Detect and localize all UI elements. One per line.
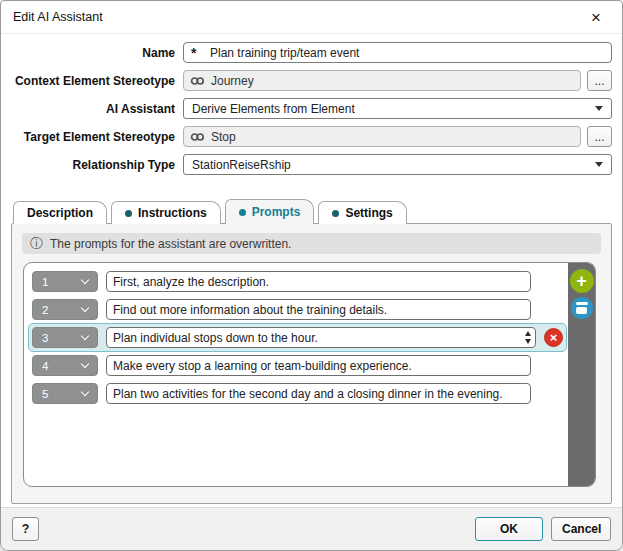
prompt-row-3-selected: 3 × [28,323,567,352]
tab-strip: Description Instructions Prompts Setting… [11,199,612,224]
chevron-down-icon [81,304,89,312]
delete-x-icon: × [550,331,558,344]
prompt-2-number-select[interactable]: 2 [32,299,98,320]
name-row: Name * [11,42,612,63]
dropdown-arrow-icon [595,106,603,111]
add-prompt-button[interactable]: + [570,269,594,293]
chevron-down-icon [81,388,89,396]
prompt-4-text-input[interactable] [106,355,531,376]
required-asterisk-icon: * [191,45,196,61]
prompt-actions-strip: + [568,263,595,486]
title-bar: Edit AI Assistant × [1,1,622,34]
prompt-row-4: 4 [32,355,531,376]
prompt-4-number-select[interactable]: 4 [32,355,98,376]
edit-ai-assistant-dialog: Edit AI Assistant × Name * Context Eleme… [0,0,623,551]
prompt-4-number: 4 [42,360,48,372]
context-stereotype-row: Context Element Stereotype Journey ... [11,70,612,91]
prompt-row-1: 1 [32,271,531,292]
prompt-2-number: 2 [42,304,48,316]
tab-bullet-icon [239,209,246,216]
tab-prompts-label: Prompts [252,205,301,219]
prompt-3-number: 3 [42,332,48,344]
tab-settings-label: Settings [345,206,392,220]
relationship-type-value: StationReiseRship [192,158,291,172]
prompt-1-number: 1 [42,276,48,288]
tab-prompts[interactable]: Prompts [225,199,315,224]
arrow-down-icon [525,339,531,344]
dialog-body: Name * Context Element Stereotype Journe… [1,34,622,507]
trash-icon [576,302,588,314]
chevron-down-icon [81,360,89,368]
context-stereotype-browse-button[interactable]: ... [587,70,612,91]
link-icon [190,75,205,87]
chevron-down-icon [81,332,89,340]
prompt-2-text-input[interactable] [106,299,531,320]
prompt-5-number-select[interactable]: 5 [32,383,98,404]
prompt-5-number: 5 [42,388,48,400]
dialog-title: Edit AI Assistant [13,10,103,24]
ai-assistant-label: AI Assistant [11,102,183,116]
arrow-up-icon [525,331,531,336]
spinner-up-button[interactable] [525,331,531,337]
tab-description-label: Description [27,206,93,220]
close-icon: × [591,8,601,27]
relationship-type-row: Relationship Type StationReiseRship [11,154,612,175]
footer-bar: ? OK Cancel [1,507,622,550]
dropdown-arrow-icon [595,162,603,167]
target-stereotype-row: Target Element Stereotype Stop ... [11,126,612,147]
target-stereotype-value: Stop [211,130,236,144]
prompt-3-text-input[interactable] [106,327,536,348]
context-stereotype-value: Journey [211,74,254,88]
prompts-panel: ⓘ The prompts for the assistant are over… [11,223,612,504]
tab-settings[interactable]: Settings [318,201,406,224]
delete-prompts-button[interactable] [571,297,593,319]
chevron-down-icon [81,276,89,284]
target-stereotype-field: Stop [183,126,581,147]
spinner-down-button[interactable] [525,339,531,345]
tab-bullet-icon [125,210,132,217]
info-text: The prompts for the assistant are overwr… [50,237,291,251]
help-button[interactable]: ? [12,517,39,541]
tab-instructions-label: Instructions [138,206,207,220]
ai-assistant-row: AI Assistant Derive Elements from Elemen… [11,98,612,119]
ai-assistant-value: Derive Elements from Element [192,102,355,116]
relationship-type-label: Relationship Type [11,158,183,172]
link-icon [190,131,205,143]
prompt-1-number-select[interactable]: 1 [32,271,98,292]
info-bar: ⓘ The prompts for the assistant are over… [22,233,601,254]
cancel-button[interactable]: Cancel [551,517,611,541]
plus-icon: + [576,272,587,290]
ai-assistant-select[interactable]: Derive Elements from Element [183,98,612,119]
context-stereotype-field: Journey [183,70,581,91]
tab-description[interactable]: Description [13,201,107,224]
prompt-1-text-input[interactable] [106,271,531,292]
ok-button[interactable]: OK [475,517,543,541]
prompt-5-text-input[interactable] [106,383,531,404]
tabs-area: Description Instructions Prompts Setting… [11,199,612,504]
reorder-spinner [525,327,531,348]
prompt-row-2: 2 [32,299,531,320]
relationship-type-select[interactable]: StationReiseRship [183,154,612,175]
delete-prompt-button[interactable]: × [544,328,563,347]
prompt-list: 1 2 3 [23,262,596,487]
target-stereotype-browse-button[interactable]: ... [587,126,612,147]
name-label: Name [11,46,183,60]
tab-instructions[interactable]: Instructions [111,201,221,224]
tab-bullet-icon [332,210,339,217]
prompt-3-number-select[interactable]: 3 [32,327,98,348]
context-stereotype-label: Context Element Stereotype [11,74,183,88]
prompt-row-5: 5 [32,383,531,404]
close-button[interactable]: × [582,5,610,29]
target-stereotype-label: Target Element Stereotype [11,130,183,144]
name-input[interactable] [183,42,612,63]
info-icon: ⓘ [30,237,43,250]
